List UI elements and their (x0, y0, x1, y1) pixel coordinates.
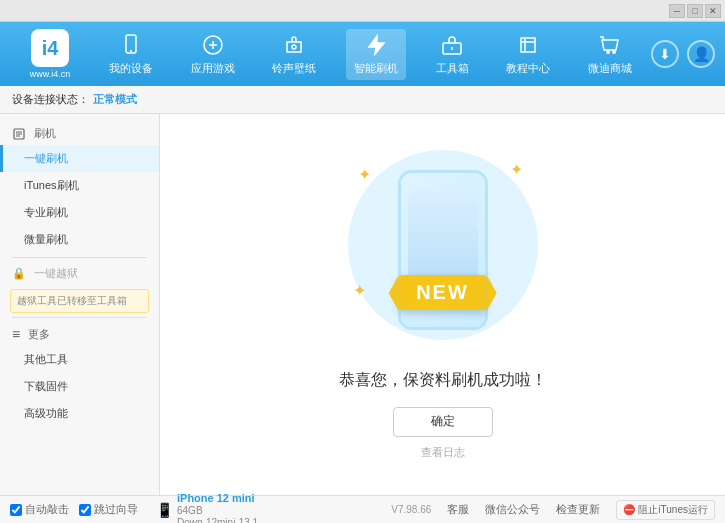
logo[interactable]: i4 www.i4.cn (10, 29, 90, 79)
wechat-official-link[interactable]: 微信公众号 (485, 502, 540, 517)
tutorial-icon (516, 33, 540, 57)
device-info: iPhone 12 mini 64GB Down-12mini-13,1 (177, 492, 258, 524)
sidebar-pro-flash[interactable]: 专业刷机 (0, 199, 159, 226)
sidebar-itunes-flash[interactable]: iTunes刷机 (0, 172, 159, 199)
status-bar: 设备连接状态： 正常模式 (0, 86, 725, 114)
nav-app-games[interactable]: 应用游戏 (183, 29, 243, 80)
main-layout: 刷机 一键刷机 iTunes刷机 专业刷机 微量刷机 🔒 一键越狱 越狱工具已转… (0, 114, 725, 495)
view-log-link[interactable]: 查看日志 (421, 445, 465, 460)
sidebar-divider-2 (12, 317, 147, 318)
jailbreak-label: 一键越狱 (34, 266, 78, 281)
itunes-flash-label: iTunes刷机 (24, 179, 79, 191)
device-name: iPhone 12 mini (177, 492, 258, 504)
success-message: 恭喜您，保资料刷机成功啦！ (339, 370, 547, 391)
title-bar: ─ □ ✕ (0, 0, 725, 22)
nav-smart-flash-label: 智能刷机 (354, 61, 398, 76)
bottom-right: V7.98.66 客服 微信公众号 检查更新 ⛔ 阻止iTunes运行 (391, 500, 715, 520)
nav-tutorial-label: 教程中心 (506, 61, 550, 76)
sidebar-download-firmware[interactable]: 下载固件 (0, 373, 159, 400)
window-controls: ─ □ ✕ (669, 4, 721, 18)
ringtone-icon (282, 33, 306, 57)
device-firmware: Down-12mini-13,1 (177, 517, 258, 524)
sidebar-section-more[interactable]: ≡ 更多 (0, 322, 159, 346)
svg-point-1 (130, 50, 132, 52)
sidebar: 刷机 一键刷机 iTunes刷机 专业刷机 微量刷机 🔒 一键越狱 越狱工具已转… (0, 114, 160, 495)
nav-tutorial[interactable]: 教程中心 (498, 29, 558, 80)
bottom-bar: 自动敲击 跳过向导 📱 iPhone 12 mini 64GB Down-12m… (0, 495, 725, 523)
sidebar-other-tools[interactable]: 其他工具 (0, 346, 159, 373)
sidebar-advanced[interactable]: 高级功能 (0, 400, 159, 427)
skip-wizard-label: 跳过向导 (94, 502, 138, 517)
micro-flash-label: 微量刷机 (24, 233, 68, 245)
sparkle-2: ✦ (510, 160, 523, 179)
sidebar-one-click-flash[interactable]: 一键刷机 (0, 145, 159, 172)
content-area: ✦ ✦ ✦ NEW 恭喜您，保资料刷机成功啦！ 确定 查看日志 (160, 114, 725, 495)
nav-app-games-label: 应用游戏 (191, 61, 235, 76)
itunes-notice-label: 阻止iTunes运行 (638, 503, 708, 517)
logo-icon: i4 (31, 29, 69, 67)
jailbreak-notice-text: 越狱工具已转移至工具箱 (17, 295, 127, 306)
nav-toolbox[interactable]: 工具箱 (428, 29, 477, 80)
nav-weidian-label: 微迪商城 (588, 61, 632, 76)
check-update-link[interactable]: 检查更新 (556, 502, 600, 517)
sidebar-section-flash[interactable]: 刷机 (0, 122, 159, 145)
skip-wizard-checkbox[interactable]: 跳过向导 (79, 502, 138, 517)
top-nav: i4 www.i4.cn 我的设备 应用游戏 (0, 22, 725, 86)
close-btn[interactable]: ✕ (705, 4, 721, 18)
new-badge: NEW (398, 275, 487, 310)
device-icon: 📱 (156, 502, 173, 518)
jailbreak-icon: 🔒 (12, 267, 26, 280)
auto-dismiss-input[interactable] (10, 504, 22, 516)
toolbox-icon (440, 33, 464, 57)
nav-ringtone-label: 铃声壁纸 (272, 61, 316, 76)
confirm-button[interactable]: 确定 (393, 407, 493, 437)
more-section-label: 更多 (28, 327, 50, 342)
other-tools-label: 其他工具 (24, 353, 68, 365)
jailbreak-notice: 越狱工具已转移至工具箱 (10, 289, 149, 313)
nav-right: ⬇ 👤 (651, 40, 715, 68)
svg-point-6 (607, 50, 609, 52)
itunes-notice[interactable]: ⛔ 阻止iTunes运行 (616, 500, 715, 520)
bottom-left: 自动敲击 跳过向导 📱 iPhone 12 mini 64GB Down-12m… (10, 492, 391, 524)
nav-my-device[interactable]: 我的设备 (101, 29, 161, 80)
status-value: 正常模式 (93, 92, 137, 107)
auto-dismiss-label: 自动敲击 (25, 502, 69, 517)
logo-url: www.i4.cn (30, 69, 71, 79)
sidebar-section-jailbreak[interactable]: 🔒 一键越狱 (0, 262, 159, 285)
skip-wizard-input[interactable] (79, 504, 91, 516)
nav-smart-flash[interactable]: 智能刷机 (346, 29, 406, 80)
my-device-icon (119, 33, 143, 57)
itunes-notice-icon: ⛔ (623, 504, 635, 515)
nav-items: 我的设备 应用游戏 铃声壁纸 (90, 29, 651, 80)
minimize-btn[interactable]: ─ (669, 4, 685, 18)
svg-point-3 (292, 45, 296, 49)
sparkle-3: ✦ (353, 281, 366, 300)
flash-section-label: 刷机 (34, 126, 56, 141)
download-btn[interactable]: ⬇ (651, 40, 679, 68)
nav-toolbox-label: 工具箱 (436, 61, 469, 76)
more-section-icon: ≡ (12, 326, 20, 342)
advanced-label: 高级功能 (24, 407, 68, 419)
sidebar-micro-flash[interactable]: 微量刷机 (0, 226, 159, 253)
pro-flash-label: 专业刷机 (24, 206, 68, 218)
maximize-btn[interactable]: □ (687, 4, 703, 18)
weidian-icon (598, 33, 622, 57)
nav-weidian[interactable]: 微迪商城 (580, 29, 640, 80)
status-label: 设备连接状态： (12, 92, 89, 107)
one-click-flash-label: 一键刷机 (24, 152, 68, 164)
hero-illustration: ✦ ✦ ✦ NEW (343, 150, 543, 350)
svg-point-7 (613, 50, 615, 52)
smart-flash-icon (364, 33, 388, 57)
auto-dismiss-checkbox[interactable]: 自动敲击 (10, 502, 69, 517)
nav-my-device-label: 我的设备 (109, 61, 153, 76)
sidebar-divider-1 (12, 257, 147, 258)
download-firmware-label: 下载固件 (24, 380, 68, 392)
nav-ringtone[interactable]: 铃声壁纸 (264, 29, 324, 80)
version-info: V7.98.66 (391, 504, 431, 515)
device-storage: 64GB (177, 505, 258, 516)
user-btn[interactable]: 👤 (687, 40, 715, 68)
sparkle-1: ✦ (358, 165, 371, 184)
flash-section-icon (12, 127, 26, 141)
customer-service-link[interactable]: 客服 (447, 502, 469, 517)
app-games-icon (201, 33, 225, 57)
